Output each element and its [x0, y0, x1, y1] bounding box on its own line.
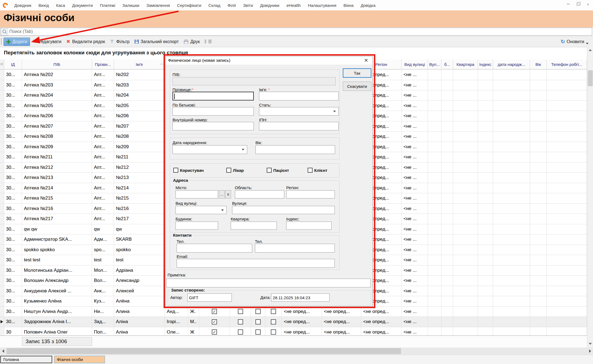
minimize-button[interactable] [564, 1, 572, 7]
delete-row-button[interactable]: ✖ Видалити рядок [64, 37, 108, 46]
grid-cell-id[interactable]: 30... [4, 142, 22, 152]
grid-cell-building[interactable] [441, 317, 453, 327]
menu-item-12[interactable]: eHealth [283, 3, 304, 8]
grid-cell-surname[interactable]: Куз... [92, 296, 114, 307]
tab-current[interactable]: Фізичні особи [54, 356, 105, 363]
grid-cell-index[interactable] [478, 296, 493, 307]
grid-cell-phone_work[interactable] [547, 70, 587, 80]
grid-cell-surname[interactable]: Вол... [92, 276, 114, 286]
cancel-button[interactable]: Скасувати [343, 82, 371, 91]
grid-cell-street_type[interactable]: <не ... [402, 80, 428, 91]
grid-cell-cb0[interactable]: ✓ [199, 327, 230, 336]
pib-input[interactable] [172, 77, 336, 85]
filter-button[interactable]: Фільтр [107, 38, 132, 46]
grid-cell-gutter[interactable] [0, 80, 4, 91]
author-input[interactable]: GIFT [187, 293, 232, 302]
street-input[interactable] [232, 206, 335, 214]
grid-cell-pib[interactable]: Аптека №208 [22, 131, 92, 142]
grid-cell-name[interactable]: №214 [114, 183, 165, 194]
grid-cell-cb1[interactable] [230, 327, 251, 336]
grid-cell-id[interactable]: 30... [4, 265, 22, 276]
grid-cell-birth_date[interactable] [493, 317, 530, 327]
grid-cell-birth_date[interactable] [493, 255, 530, 265]
grid-cell-index[interactable] [478, 276, 493, 286]
grid-cell-surname[interactable]: test [92, 255, 114, 265]
grid-cell-apartment[interactable] [453, 234, 478, 245]
grid-cell-building[interactable] [441, 183, 453, 194]
surname-input[interactable] [172, 92, 254, 100]
phone2-input[interactable] [255, 244, 335, 253]
menu-item-13[interactable]: Налаштування [304, 3, 340, 8]
grid-cell-birth_date[interactable] [493, 204, 530, 214]
grid-cell-gutter[interactable] [0, 234, 4, 245]
grid-cell-index[interactable] [478, 173, 493, 183]
horizontal-scrollbar[interactable] [0, 348, 593, 355]
grid-cell-name[interactable]: №203 [114, 80, 165, 91]
grid-cell-building[interactable] [441, 90, 453, 101]
city-browse-button[interactable]: … [219, 190, 225, 198]
grid-cell-sex[interactable]: М.. [188, 317, 199, 327]
grid-cell-name[interactable]: №211 [114, 152, 165, 163]
grid-cell-age[interactable] [530, 204, 547, 214]
grid-cell-pib[interactable]: Аптека №212 [22, 163, 92, 173]
grid-cell-id[interactable]: 30... [4, 224, 22, 235]
grid-cell-index[interactable] [478, 163, 493, 173]
grid-cell-street_type[interactable]: <не ... [402, 224, 428, 235]
grid-cell-phone_work[interactable] [547, 255, 587, 265]
grid-cell-birth_date[interactable] [493, 90, 530, 101]
grid-cell-street[interactable] [428, 255, 441, 265]
grid-cell-index[interactable] [478, 70, 493, 80]
grid-cell-id[interactable]: 30... [4, 286, 22, 296]
birth-date-select[interactable] [172, 145, 247, 154]
grid-cell-index[interactable] [478, 265, 493, 276]
grid-cell-age[interactable] [530, 193, 547, 204]
grid-cell-phone_work[interactable] [547, 111, 587, 121]
grid-cell-building[interactable] [441, 101, 453, 111]
grid-cell-age[interactable] [530, 183, 547, 194]
grid-cell-pib[interactable]: Задорожнюк Аліна І... [22, 317, 92, 327]
grid-cell-age[interactable] [530, 307, 547, 317]
grid-cell-street[interactable] [428, 317, 441, 327]
grid-cell-gutter[interactable] [0, 111, 4, 121]
grid-cell-id[interactable]: 30... [4, 101, 22, 111]
menu-item-9[interactable]: Філії [224, 3, 240, 8]
building-input[interactable] [176, 222, 218, 230]
grid-cell-apartment[interactable] [453, 70, 478, 80]
grid-cell-surname[interactable]: spo... [92, 245, 114, 255]
grid-cell-age[interactable] [530, 121, 547, 132]
grid-cell-street[interactable] [428, 80, 441, 91]
grid-cell-street[interactable] [428, 101, 441, 111]
grid-cell-name[interactable]: №205 [114, 101, 165, 111]
grid-cell-apartment[interactable] [453, 245, 478, 255]
grid-cell-apartment[interactable] [453, 265, 478, 276]
grid-cell-gutter[interactable] [0, 101, 4, 111]
grid-cell-index[interactable] [478, 286, 493, 296]
created-date-input[interactable]: 28.11.2025 16:04:23 [271, 293, 330, 302]
grid-cell-id[interactable]: 30... [4, 163, 22, 173]
grid-cell-phone_work[interactable] [547, 265, 587, 276]
grid-cell-gutter[interactable] [0, 121, 4, 132]
grid-cell-street_type[interactable]: <не ... [402, 234, 428, 245]
grid-cell-phone_work[interactable] [547, 142, 587, 152]
grid-cell-pib[interactable]: Аптека №215 [22, 193, 92, 204]
grid-cell-id[interactable]: 30... [4, 307, 22, 317]
grid-cell-index[interactable] [478, 183, 493, 194]
grid-cell-region[interactable]: <не опред... [361, 317, 402, 327]
email-input[interactable] [177, 259, 335, 268]
grid-cell-street_type[interactable]: <не ... [402, 255, 428, 265]
grid-cell-region[interactable]: <не опред... [361, 307, 402, 317]
grid-cell-id[interactable]: 30... [4, 204, 22, 214]
grid-cell-street_type[interactable]: <не ... [402, 214, 428, 224]
grid-cell-surname[interactable]: Ни... [92, 307, 114, 317]
grid-cell-phone_work[interactable] [547, 193, 587, 204]
grid-cell-phone_work[interactable] [547, 101, 587, 111]
grid-cell-building[interactable] [441, 327, 453, 336]
grid-cell-pib[interactable]: Аптека №202 [22, 70, 92, 80]
grid-cell-phone_work[interactable] [547, 80, 587, 91]
grid-cell-street[interactable] [428, 90, 441, 101]
grid-cell-surname[interactable]: Апт... [92, 214, 114, 224]
grid-cell-name[interactable]: №208 [114, 131, 165, 142]
grid-cell-street_type[interactable]: <не ... [402, 90, 428, 101]
table-row[interactable]: 30Попович Аліна ОлегПоп...АлінаОле...Ж✓<… [0, 327, 587, 336]
grid-cell-birth_date[interactable] [493, 173, 530, 183]
